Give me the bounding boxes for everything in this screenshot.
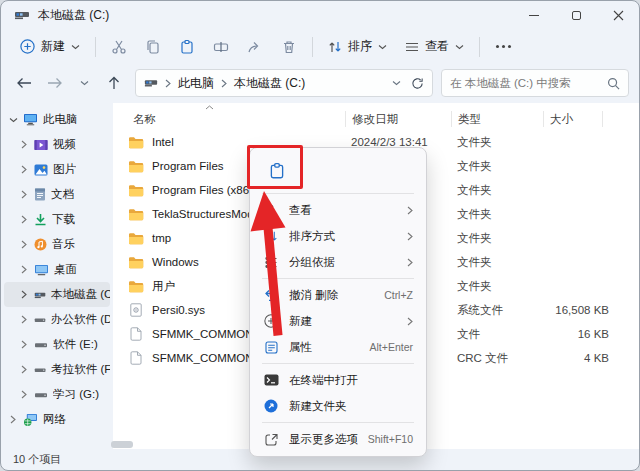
column-header-type[interactable]: 类型 — [451, 111, 543, 127]
sidebar-item-drive-d[interactable]: 办公软件 (D:) — [4, 307, 110, 332]
menu-item-open-in-terminal[interactable]: 在终端中打开 — [254, 367, 422, 393]
sidebar-item-music[interactable]: 音乐 — [4, 232, 110, 257]
drive-icon — [144, 75, 158, 92]
cut-icon — [111, 39, 127, 55]
sort-icon — [265, 230, 278, 243]
sidebar-item-drive-e[interactable]: 软件 (E:) — [4, 332, 110, 357]
trash-icon — [281, 39, 297, 55]
submenu-chevron-icon — [407, 317, 413, 326]
breadcrumb-local-disk-c[interactable]: 本地磁盘 (C:) — [234, 75, 305, 92]
breadcrumb-chevron-icon — [221, 79, 227, 88]
copy-button[interactable] — [136, 34, 170, 60]
share-button[interactable] — [238, 34, 272, 60]
refresh-icon[interactable] — [411, 77, 424, 90]
context-menu: 查看 排序方式 分组依据 撤消 删除 Ctrl+Z 新建 属性 Alt+Ent — [249, 147, 427, 457]
rename-button[interactable] — [204, 34, 238, 60]
sort-button-label: 排序 — [348, 38, 372, 55]
menu-item-new-folder[interactable]: 新建文件夹 — [254, 393, 422, 419]
sidebar-item-downloads[interactable]: 下载 — [4, 207, 110, 232]
maximize-button[interactable] — [555, 1, 597, 30]
menu-shortcut: Shift+F10 — [368, 433, 413, 445]
address-bar[interactable]: 此电脑 本地磁盘 (C:) — [135, 69, 433, 97]
menu-item-group-by[interactable]: 分组依据 — [254, 249, 422, 275]
menu-item-show-more-options[interactable]: 显示更多选项 Shift+F10 — [254, 426, 422, 452]
folder-icon — [128, 184, 144, 197]
minimize-icon — [529, 15, 539, 16]
menu-divider — [262, 193, 414, 194]
drive-icon — [34, 364, 46, 376]
paste-icon — [179, 39, 195, 55]
close-button[interactable] — [597, 1, 639, 30]
new-button[interactable]: 新建 — [11, 33, 89, 60]
chevron-collapsed-icon — [21, 290, 27, 299]
sort-icon — [328, 40, 342, 54]
search-icon — [607, 77, 620, 90]
paste-button[interactable] — [170, 34, 204, 60]
up-icon — [108, 76, 120, 90]
title-bar: 本地磁盘 (C:) — [1, 1, 639, 30]
desktop-icon — [34, 264, 49, 276]
chevron-collapsed-icon — [10, 415, 16, 424]
menu-item-sort-by[interactable]: 排序方式 — [254, 223, 422, 249]
sidebar-item-this-pc[interactable]: 此电脑 — [4, 107, 110, 132]
group-by-icon — [265, 256, 278, 269]
rename-icon — [213, 39, 229, 55]
annotation-highlight-box — [247, 145, 303, 189]
maximize-icon — [572, 11, 581, 20]
network-icon — [23, 413, 38, 426]
folder-icon — [128, 136, 144, 149]
sidebar-item-drive-g[interactable]: 学习 (G:) — [4, 382, 110, 407]
chevron-collapsed-icon — [21, 365, 27, 374]
system-file-icon — [130, 303, 142, 317]
menu-item-new[interactable]: 新建 — [254, 308, 422, 334]
horizontal-scrollbar-thumb[interactable] — [111, 441, 133, 448]
folder-icon — [128, 280, 144, 293]
cut-button[interactable] — [102, 34, 136, 60]
back-button[interactable] — [11, 70, 37, 96]
downloads-icon — [34, 213, 47, 226]
chevron-expanded-icon — [9, 117, 18, 123]
column-header-size[interactable]: 大小 — [543, 111, 609, 127]
delete-button[interactable] — [272, 34, 306, 60]
chevron-collapsed-icon — [21, 190, 27, 199]
forward-button[interactable] — [41, 70, 67, 96]
sort-ascending-caret-icon — [205, 105, 214, 110]
navigation-bar: 此电脑 本地磁盘 (C:) — [1, 63, 639, 103]
folder-icon — [128, 232, 144, 245]
column-header-name[interactable]: 名称 — [127, 111, 345, 127]
menu-item-properties[interactable]: 属性 Alt+Enter — [254, 334, 422, 360]
sidebar-item-desktop[interactable]: 桌面 — [4, 257, 110, 282]
chevron-collapsed-icon — [21, 240, 27, 249]
see-more-button[interactable] — [486, 34, 520, 60]
command-bar: 新建 排序 查看 — [1, 30, 639, 63]
recent-pages-button[interactable] — [71, 70, 97, 96]
search-input[interactable] — [450, 77, 607, 89]
submenu-chevron-icon — [407, 206, 413, 215]
search-box[interactable] — [441, 69, 629, 97]
sidebar-item-pictures[interactable]: 图片 — [4, 157, 110, 182]
up-button[interactable] — [101, 70, 127, 96]
menu-item-view[interactable]: 查看 — [254, 197, 422, 223]
sidebar-item-videos[interactable]: 视频 — [4, 132, 110, 157]
toolbar-divider — [312, 37, 313, 57]
submenu-chevron-icon — [407, 258, 413, 267]
folder-icon — [128, 256, 144, 269]
menu-item-undo-delete[interactable]: 撤消 删除 Ctrl+Z — [254, 282, 422, 308]
column-header-date[interactable]: 修改日期 — [345, 111, 451, 127]
minimize-button[interactable] — [513, 1, 555, 30]
sidebar-item-network[interactable]: 网络 — [4, 407, 110, 432]
breadcrumb-this-pc[interactable]: 此电脑 — [178, 75, 214, 92]
view-button[interactable]: 查看 — [396, 33, 473, 60]
pictures-icon — [34, 164, 48, 176]
sort-button[interactable]: 排序 — [319, 33, 396, 60]
music-icon — [34, 238, 47, 251]
sidebar-item-documents[interactable]: 文档 — [4, 182, 110, 207]
window-title: 本地磁盘 (C:) — [38, 7, 109, 24]
address-dropdown-icon[interactable] — [392, 80, 401, 86]
sidebar-item-drive-f[interactable]: 考拉软件 (F:) — [4, 357, 110, 382]
toolbar-divider — [95, 37, 96, 57]
sidebar-item-local-disk-c[interactable]: 本地磁盘 (C:) — [4, 282, 110, 307]
chevron-collapsed-icon — [21, 165, 27, 174]
properties-icon — [265, 341, 278, 354]
chevron-down-icon — [378, 44, 387, 50]
